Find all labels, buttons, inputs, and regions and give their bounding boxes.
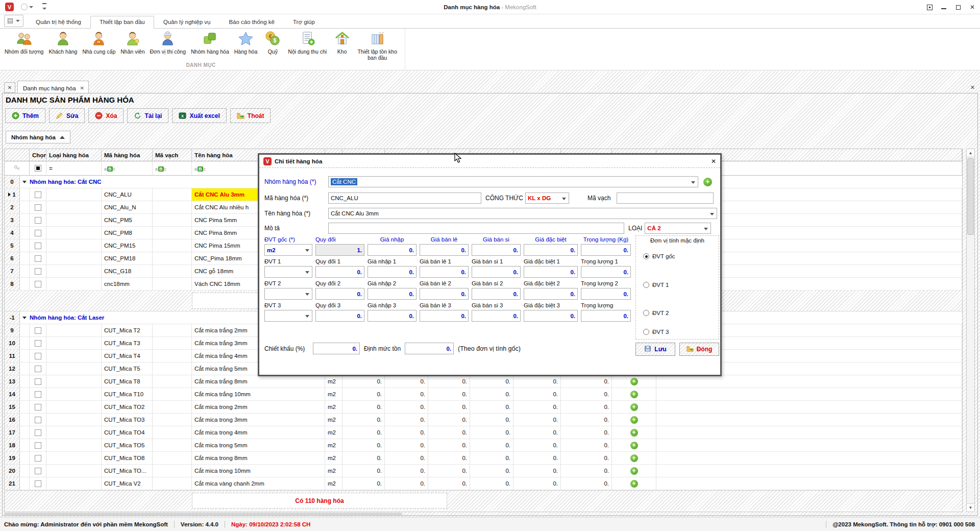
select-cell[interactable] (30, 350, 46, 363)
select-cell[interactable] (30, 375, 46, 388)
ribbon-tab-quản-trị-hệ-thống[interactable]: Quản trị hệ thống (27, 16, 90, 29)
unit-value-input[interactable]: 0. (472, 288, 521, 300)
xóa-button[interactable]: Xóa (88, 108, 124, 123)
row-checkbox[interactable] (35, 204, 41, 211)
select-cell[interactable] (30, 477, 46, 490)
fullscreen-icon[interactable] (926, 4, 933, 11)
unit-value-input[interactable]: 0. (524, 266, 578, 278)
select-cell[interactable] (30, 337, 46, 350)
select-cell[interactable] (30, 227, 46, 239)
radio-đvt-3[interactable]: ĐVT 3 (643, 329, 669, 335)
table-row[interactable]: 13CUT_Mica T8Cắt mica trắng 8mmm20.0.0.0… (5, 375, 962, 388)
unit-value-input[interactable]: 0. (368, 288, 416, 300)
add-norm-icon[interactable]: + (630, 378, 638, 385)
dialog-close-icon[interactable]: ✕ (711, 158, 716, 165)
select-cell[interactable] (30, 324, 46, 337)
add-norm-icon[interactable]: + (630, 391, 638, 398)
tab-close-icon[interactable]: ✕ (80, 85, 84, 91)
unit-value-input[interactable]: 0. (420, 288, 469, 300)
row-checkbox[interactable] (35, 340, 41, 347)
row-checkbox[interactable] (35, 417, 41, 423)
save-button[interactable]: Lưu (635, 343, 675, 356)
discount-input[interactable]: 0. (313, 343, 360, 354)
ribbon-item-khách-hàng[interactable]: Khách hàng (46, 30, 80, 56)
add-norm-icon[interactable]: + (630, 467, 638, 475)
add-norm-icon[interactable]: + (630, 403, 638, 411)
add-norm-icon[interactable]: + (630, 442, 638, 449)
table-row[interactable]: 17CUT_Mica TO4Cắt mica trong 4mmm20.0.0.… (5, 426, 962, 439)
table-row[interactable]: 20CUT_Mica TO...Cắt mica trong 10mmm20.0… (5, 465, 962, 477)
row-checkbox[interactable] (35, 281, 41, 287)
row-checkbox[interactable] (35, 378, 41, 385)
ribbon-item-nhà-cung-cấp[interactable]: DXNhà cung cấp (80, 30, 118, 56)
ribbon-item-kho[interactable]: Kho (329, 30, 355, 56)
ribbon-item-nội-dung-thu-chi[interactable]: Nội dung thu chi (285, 30, 329, 56)
row-checkbox[interactable] (35, 217, 41, 224)
close-icon[interactable]: ✕ (969, 4, 976, 11)
radio-đvt-gốc[interactable]: ĐVT gốc (643, 253, 675, 259)
unit-value-input[interactable]: 0. (420, 310, 469, 322)
ribbon-item-nhóm-hàng-hóa[interactable]: Nhóm hàng hóa (188, 30, 232, 56)
unit-combo-1[interactable] (264, 266, 312, 278)
ribbon-tab-thiết-lập-ban-đầu[interactable]: Thiết lập ban đầu (90, 16, 154, 29)
unit-value-input[interactable]: 0. (420, 244, 469, 256)
type-combo[interactable]: CẢ 2 (645, 223, 711, 234)
minimize-icon[interactable] (940, 4, 947, 11)
row-checkbox[interactable] (35, 353, 41, 359)
select-cell[interactable] (30, 439, 46, 452)
select-cell[interactable] (30, 188, 46, 201)
scroll-down-icon[interactable]: ▼ (967, 503, 974, 512)
select-cell[interactable] (30, 388, 46, 401)
add-norm-icon[interactable]: + (630, 454, 638, 462)
ribbon-item-quỹ[interactable]: €$Quỹ (260, 30, 285, 56)
table-row[interactable]: 18CUT_Mica TO5Cắt mica trong 5mmm20.0.0.… (5, 439, 962, 452)
scrollbar-thumb[interactable] (4, 513, 402, 515)
row-checkbox[interactable] (35, 468, 41, 474)
column-header-3[interactable]: Mã hàng hóa (102, 149, 153, 161)
xuất-excel-button[interactable]: XXuất excel (172, 108, 226, 123)
table-row[interactable]: 21CUT_Mica V2Cắt mica vàng chanh 2mmm20.… (5, 477, 962, 490)
radio-đvt-1[interactable]: ĐVT 1 (643, 282, 669, 288)
ribbon-tab-trợ-giúp[interactable]: Trợ giúp (284, 16, 324, 29)
app-menu-button[interactable] (4, 15, 23, 27)
unit-value-input[interactable]: 0. (472, 244, 521, 256)
unit-value-input[interactable]: 1. (315, 244, 364, 256)
row-checkbox[interactable] (35, 243, 41, 249)
select-cell[interactable] (30, 278, 46, 291)
row-checkbox[interactable] (35, 429, 41, 436)
ribbon-item-thiết-lập-tồn-kho-ban-đầu[interactable]: Thiết lập tồn kho ban đầu (355, 30, 400, 62)
sửa-button[interactable]: Sửa (49, 108, 85, 123)
select-cell[interactable] (30, 414, 46, 426)
table-row[interactable]: 19CUT_Mica TO8Cắt mica trong 8mmm20.0.0.… (5, 452, 962, 465)
add-group-icon[interactable]: + (703, 178, 712, 186)
filter-barcode-cell[interactable]: aBc (153, 161, 192, 176)
unit-value-input[interactable]: 0. (368, 266, 416, 278)
barcode-input[interactable] (617, 192, 714, 204)
add-norm-icon[interactable]: + (630, 480, 638, 488)
name-input[interactable]: Cắt CNC Alu 3mm (328, 208, 717, 219)
tải-lại-button[interactable]: Tải lại (127, 108, 168, 123)
collapse-icon[interactable] (22, 181, 27, 183)
unit-value-input[interactable]: 0. (368, 244, 416, 256)
add-norm-icon[interactable]: + (630, 429, 638, 437)
group-combo[interactable]: Cắt CNC (328, 176, 698, 187)
formula-combo[interactable]: KL x DG (525, 192, 569, 204)
select-cell[interactable] (30, 452, 46, 465)
select-cell[interactable] (30, 363, 46, 375)
vertical-scrollbar[interactable]: ▲ ▼ (966, 149, 975, 512)
dialog-title-bar[interactable]: V Chi tiết hàng hóa ✕ (259, 155, 720, 168)
row-checkbox[interactable] (35, 327, 41, 334)
radio-đvt-2[interactable]: ĐVT 2 (643, 310, 669, 316)
unit-value-input[interactable]: 0. (524, 310, 578, 322)
unit-value-input[interactable]: 0. (472, 310, 521, 322)
row-checkbox[interactable] (35, 268, 41, 275)
select-cell[interactable] (30, 252, 46, 265)
ribbon-item-hàng-hóa[interactable]: Hàng hóa (232, 30, 260, 56)
row-checkbox[interactable] (35, 404, 41, 411)
ribbon-tab-quản-lý-nghiệp-vụ[interactable]: Quản lý nghiệp vụ (154, 16, 220, 29)
tabstrip-close-icon[interactable]: ✕ (970, 84, 975, 91)
ribbon-tab-báo-cáo-thống-kê[interactable]: Báo cáo thống kê (219, 16, 284, 29)
row-checkbox[interactable] (35, 191, 41, 198)
description-input[interactable] (328, 223, 624, 234)
select-cell[interactable] (30, 239, 46, 252)
